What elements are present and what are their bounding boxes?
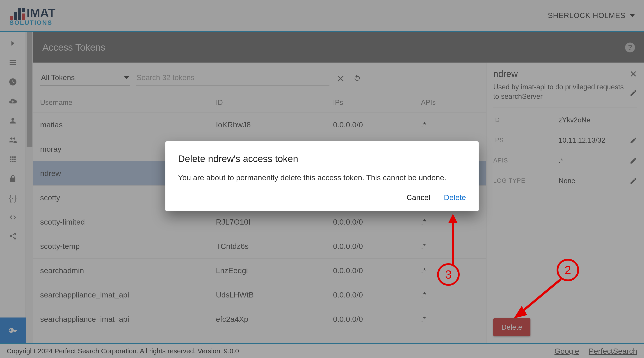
svg-line-9 xyxy=(520,279,561,313)
annotation-arrow-2 xyxy=(512,277,566,322)
modal-title: Delete ndrew's access token xyxy=(178,154,466,164)
annotation-arrow-3 xyxy=(444,214,462,268)
svg-marker-8 xyxy=(448,214,458,223)
modal-delete-button[interactable]: Delete xyxy=(444,193,466,202)
confirm-delete-modal: Delete ndrew's access token You are abou… xyxy=(166,141,478,211)
modal-body: You are about to permanently delete this… xyxy=(178,172,466,183)
modal-cancel-button[interactable]: Cancel xyxy=(406,193,430,202)
